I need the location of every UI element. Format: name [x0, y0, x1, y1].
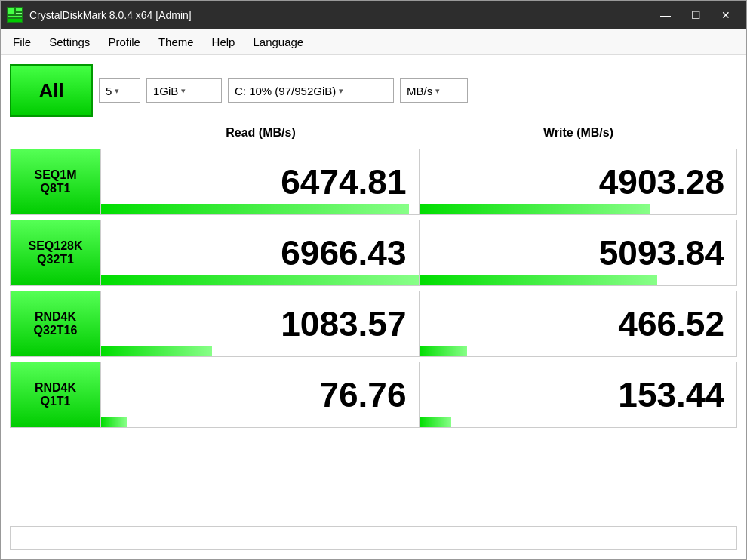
svg-rect-2 — [16, 8, 22, 11]
read-value-2: 1083.57 — [281, 303, 406, 344]
close-button[interactable]: ✕ — [712, 4, 740, 26]
toolbar-row: All 5 ▾ 1GiB ▾ C: 10% (97/952GiB) ▾ MB/s… — [10, 64, 737, 117]
write-header: Write (MB/s) — [420, 123, 737, 143]
write-bar-0 — [420, 204, 651, 214]
menu-item-file[interactable]: File — [4, 32, 40, 51]
read-value-3: 76.76 — [319, 374, 406, 415]
read-bar-1 — [101, 275, 419, 285]
unit-value: MB/s — [407, 85, 432, 97]
write-value-0: 4903.28 — [599, 162, 724, 202]
app-icon — [7, 7, 23, 23]
row-write-2: 466.52 — [420, 291, 737, 356]
write-value-3: 153.44 — [618, 374, 724, 415]
table-row: RND4KQ1T1 76.76 153.44 — [10, 362, 737, 428]
row-read-2: 1083.57 — [101, 291, 420, 356]
row-read-0: 6474.81 — [101, 149, 420, 214]
drive-value: C: 10% (97/952GiB) — [235, 85, 336, 97]
row-write-0: 4903.28 — [420, 149, 737, 214]
title-bar-controls: — ☐ ✕ — [651, 4, 740, 26]
svg-rect-3 — [16, 13, 22, 14]
menu-item-language[interactable]: Language — [244, 32, 312, 51]
svg-rect-1 — [8, 8, 14, 14]
row-label-text-2: RND4KQ32T16 — [34, 310, 78, 337]
menu-bar: FileSettingsProfileThemeHelpLanguage — [1, 29, 746, 55]
count-dropdown[interactable]: 5 ▾ — [99, 78, 140, 103]
row-label-0: SEQ1MQ8T1 — [11, 149, 101, 214]
read-bar-0 — [101, 204, 409, 214]
unit-dropdown[interactable]: MB/s ▾ — [400, 78, 468, 103]
read-value-1: 6966.43 — [281, 232, 406, 273]
row-write-3: 153.44 — [420, 362, 737, 427]
menu-item-profile[interactable]: Profile — [99, 32, 149, 51]
drive-dropdown[interactable]: C: 10% (97/952GiB) ▾ — [228, 78, 394, 103]
unit-chevron-icon: ▾ — [435, 86, 440, 96]
menu-item-settings[interactable]: Settings — [40, 32, 99, 51]
title-bar-left: CrystalDiskMark 8.0.4 x64 [Admin] — [7, 7, 192, 23]
table-row: SEQ128KQ32T1 6966.43 5093.84 — [10, 220, 737, 286]
count-value: 5 — [106, 85, 112, 97]
row-read-1: 6966.43 — [101, 220, 420, 285]
read-value-0: 6474.81 — [281, 162, 406, 202]
row-label-3: RND4KQ1T1 — [11, 362, 101, 427]
status-bar — [10, 526, 737, 550]
table-row: RND4KQ32T16 1083.57 466.52 — [10, 291, 737, 357]
maximize-button[interactable]: ☐ — [681, 4, 710, 26]
row-label-2: RND4KQ32T16 — [11, 291, 101, 356]
main-content: All 5 ▾ 1GiB ▾ C: 10% (97/952GiB) ▾ MB/s… — [1, 55, 746, 559]
svg-rect-4 — [8, 16, 22, 17]
count-chevron-icon: ▾ — [115, 86, 119, 96]
size-dropdown[interactable]: 1GiB ▾ — [146, 78, 222, 103]
write-value-2: 466.52 — [618, 303, 724, 344]
size-value: 1GiB — [153, 85, 178, 97]
write-value-1: 5093.84 — [599, 232, 724, 273]
svg-rect-5 — [8, 19, 22, 22]
row-label-text-0: SEQ1MQ8T1 — [34, 168, 76, 195]
read-bar-2 — [101, 346, 212, 356]
read-bar-3 — [101, 417, 127, 427]
menu-item-help[interactable]: Help — [203, 32, 244, 51]
write-bar-2 — [420, 346, 467, 356]
row-label-text-1: SEQ128KQ32T1 — [28, 239, 82, 266]
all-button[interactable]: All — [10, 64, 93, 117]
write-bar-1 — [420, 275, 657, 285]
row-label-1: SEQ128KQ32T1 — [11, 220, 101, 285]
read-header: Read (MB/s) — [102, 123, 420, 143]
minimize-button[interactable]: — — [651, 4, 680, 26]
main-window: CrystalDiskMark 8.0.4 x64 [Admin] — ☐ ✕ … — [0, 0, 747, 560]
column-headers: Read (MB/s) Write (MB/s) — [102, 123, 737, 143]
row-label-text-3: RND4KQ1T1 — [35, 381, 76, 408]
size-chevron-icon: ▾ — [181, 86, 186, 96]
drive-chevron-icon: ▾ — [339, 86, 343, 96]
row-write-1: 5093.84 — [420, 220, 737, 285]
window-title: CrystalDiskMark 8.0.4 x64 [Admin] — [29, 9, 192, 21]
title-bar: CrystalDiskMark 8.0.4 x64 [Admin] — ☐ ✕ — [1, 1, 746, 29]
data-rows: SEQ1MQ8T1 6474.81 4903.28 SEQ128KQ32T1 6… — [10, 149, 737, 517]
menu-item-theme[interactable]: Theme — [149, 32, 203, 51]
table-row: SEQ1MQ8T1 6474.81 4903.28 — [10, 149, 737, 215]
write-bar-3 — [420, 417, 451, 427]
row-read-3: 76.76 — [101, 362, 420, 427]
